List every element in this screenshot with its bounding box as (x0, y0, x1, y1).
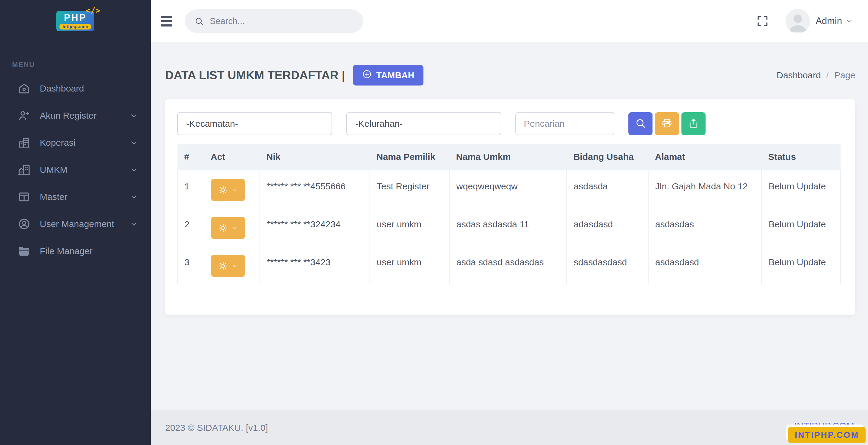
kecamatan-select[interactable]: -Kecamatan- (177, 112, 332, 135)
pencarian-input[interactable] (516, 112, 614, 135)
intiphp-badge[interactable]: INTIPHP.COM (788, 427, 866, 443)
sidebar-item-umkm[interactable]: UMKM (0, 156, 151, 183)
column-header: Act (204, 144, 260, 170)
cell-nama_umkm: asdas asdasda 11 (450, 208, 567, 246)
search-button[interactable] (628, 112, 652, 135)
chevron-down-icon (130, 193, 138, 201)
cell-nama_umkm: asda sdasd asdasdas (450, 246, 567, 284)
page-content: DATA LIST UMKM TERDAFTAR | TAMBAH Dashbo… (151, 42, 868, 410)
user-name: Admin (815, 16, 842, 27)
chevron-down-icon (130, 111, 138, 120)
sidebar-item-koperasi[interactable]: Koperasi (0, 129, 151, 156)
chevron-down-icon (231, 187, 238, 193)
sidebar-item-dashboard[interactable]: Dashboard (0, 75, 151, 102)
topbar: Admin (151, 0, 868, 42)
copyright-text: 2023 © SIDATAKU. [v1.0] (165, 423, 268, 433)
plus-circle-icon (362, 69, 372, 81)
cell-no: 1 (178, 170, 204, 208)
shop-icon (18, 163, 31, 176)
breadcrumb-separator: / (827, 70, 829, 80)
cell-act (204, 208, 260, 246)
column-header: Status (762, 144, 841, 170)
tambah-button[interactable]: TAMBAH (353, 65, 424, 85)
building-icon (18, 136, 31, 149)
print-button[interactable] (655, 112, 679, 135)
cell-bidang_usaha: adasdasd (567, 208, 648, 246)
layout-icon (18, 190, 31, 204)
gear-icon (218, 223, 228, 233)
breadcrumb-page: Page (834, 70, 855, 80)
filter-actions (628, 112, 706, 135)
sidebar-header: </> PHP intiphp.com (0, 0, 151, 42)
cell-bidang_usaha: asdasda (567, 170, 648, 208)
export-button[interactable] (681, 112, 706, 135)
kelurahan-select[interactable]: -Kelurahan- (346, 112, 501, 135)
cell-no: 2 (178, 208, 204, 246)
breadcrumb: Dashboard / Page (777, 70, 855, 80)
logo-text: PHP (64, 13, 87, 22)
cell-nama_pemilik: user umkm (370, 246, 450, 284)
column-header: Nama Umkm (450, 144, 567, 170)
sidebar: </> PHP intiphp.com MENU Dashboard Akun … (0, 0, 151, 445)
menu-section-label: MENU (12, 61, 151, 69)
cell-alamat: asdasdasd (648, 246, 762, 284)
export-icon (688, 118, 699, 130)
code-icon: </> (86, 6, 100, 15)
app-logo[interactable]: </> PHP intiphp.com (56, 11, 94, 31)
logo-subtext: intiphp.com (59, 24, 92, 30)
chevron-down-icon (231, 225, 238, 231)
sidebar-item-akun-register[interactable]: Akun Register (0, 102, 151, 129)
chevron-down-icon (130, 166, 138, 174)
cell-nik: ****** *** **324234 (260, 208, 370, 246)
gear-icon (218, 185, 228, 195)
data-card: -Kecamatan- -Kelurahan- #ActNikNama Pemi… (165, 99, 855, 315)
page-title: DATA LIST UMKM TERDAFTAR | (165, 69, 345, 82)
cell-act (204, 246, 260, 284)
row-actions-button[interactable] (211, 255, 245, 277)
cell-alamat: asdasdas (648, 208, 762, 246)
app-root: </> PHP intiphp.com MENU Dashboard Akun … (0, 0, 868, 445)
fullscreen-icon[interactable] (756, 14, 769, 28)
sidebar-menu: Dashboard Akun Register Koperasi UMKM Ma… (0, 75, 151, 265)
cell-status: Belum Update (762, 246, 841, 284)
printer-icon (661, 118, 673, 130)
sidebar-item-file-manager[interactable]: File Manager (0, 238, 151, 265)
cell-nama_pemilik: user umkm (370, 208, 450, 246)
tambah-button-label: TAMBAH (376, 70, 415, 80)
sidebar-item-user-management[interactable]: User Management (0, 210, 151, 238)
chevron-down-icon (130, 138, 138, 147)
breadcrumb-dashboard[interactable]: Dashboard (777, 70, 821, 80)
chevron-down-icon (846, 18, 853, 25)
sidebar-item-master[interactable]: Master (0, 183, 151, 210)
footer: 2023 © SIDATAKU. [v1.0] (151, 410, 868, 445)
row-actions-button[interactable] (211, 217, 245, 239)
column-header: Nik (260, 144, 370, 170)
column-header: Bidang Usaha (567, 144, 648, 170)
main-column: Admin DATA LIST UMKM TERDAFTAR | TAMBAH … (151, 0, 868, 445)
table-row: 2****** *** **324234user umkmasdas asdas… (178, 208, 841, 246)
user-menu[interactable]: Admin (815, 16, 853, 27)
user-plus-icon (18, 109, 31, 122)
umkm-table: #ActNikNama PemilikNama UmkmBidang Usaha… (177, 144, 841, 284)
search-input[interactable] (210, 16, 348, 26)
row-actions-button[interactable] (211, 179, 245, 201)
cell-status: Belum Update (762, 208, 841, 246)
menu-toggle-button[interactable] (161, 16, 172, 27)
table-row: 1****** *** **4555666Test Registerwqeqwe… (178, 170, 841, 208)
search-icon (194, 16, 204, 26)
chevron-down-icon (231, 263, 238, 269)
folder-icon (18, 244, 31, 258)
title-row: DATA LIST UMKM TERDAFTAR | TAMBAH Dashbo… (165, 65, 855, 85)
search-icon (635, 118, 646, 130)
table-header-row: #ActNikNama PemilikNama UmkmBidang Usaha… (178, 144, 841, 170)
cell-no: 3 (178, 246, 204, 284)
cell-status: Belum Update (762, 170, 841, 208)
cell-nama_pemilik: Test Register (370, 170, 450, 208)
cell-act (204, 170, 260, 208)
topbar-right: Admin (756, 9, 853, 33)
filter-row: -Kecamatan- -Kelurahan- (177, 112, 841, 135)
avatar[interactable] (785, 9, 810, 33)
user-circle-icon (18, 217, 31, 231)
column-header: # (178, 144, 204, 170)
cell-nik: ****** *** **4555666 (260, 170, 370, 208)
